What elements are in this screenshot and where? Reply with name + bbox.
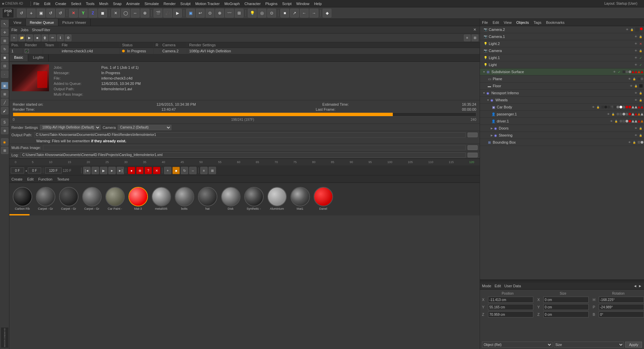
eye-icon[interactable]: 👁	[634, 63, 638, 67]
tl-loop[interactable]: ↻	[181, 167, 188, 174]
eye-icon[interactable]: 👁	[625, 28, 629, 32]
render-icon[interactable]: 🎬	[154, 9, 162, 17]
multipass-input[interactable]	[43, 145, 466, 150]
tool-scale[interactable]: ↔	[131, 9, 140, 17]
camera-select[interactable]: Camera.2 (Default)	[118, 125, 171, 130]
eye-icon[interactable]: 👁	[634, 91, 638, 95]
menu-tools[interactable]: Tools	[86, 2, 95, 6]
obj-tags[interactable]: Tags	[534, 20, 541, 24]
tab-view[interactable]: View	[9, 19, 26, 26]
lock-icon[interactable]: 🔒	[630, 28, 634, 32]
frame-end-input[interactable]	[45, 167, 62, 173]
paint-btn[interactable]: 🖌	[1, 107, 8, 114]
render-settings-select[interactable]: 1080p AVI High Definition (Default)	[40, 125, 101, 130]
obj-steering[interactable]: ▶ ◉ Steering 👁 🔒	[480, 132, 644, 139]
render-checkbox[interactable]: ✓	[25, 49, 29, 53]
lock-icon[interactable]: 🔒	[639, 35, 643, 39]
size-select[interactable]: Size	[554, 342, 624, 348]
obj-subdivision[interactable]: ▼ ⊞ Subdivision Surface 👁 ✓	[480, 68, 644, 76]
obj-carbody[interactable]: ▣ Car Body 👁 🔒	[480, 104, 644, 111]
obj-bookmarks[interactable]: Bookmarks	[546, 20, 565, 24]
snap-btn[interactable]: S	[1, 118, 8, 126]
log-tab-basic[interactable]: Basic	[9, 54, 28, 61]
eye-icon[interactable]: 👁	[634, 133, 638, 137]
tl-first-frame[interactable]: |◄	[83, 167, 91, 174]
rq-file[interactable]: File	[11, 28, 17, 32]
material-aluminium[interactable]: Aluminium	[266, 187, 288, 210]
obj-driver[interactable]: 👤 driver.1 👁 🔒	[480, 118, 644, 125]
rq-view2[interactable]: ⊞	[472, 35, 478, 41]
mat-edit[interactable]: Edit	[27, 177, 34, 181]
mat-create[interactable]: Create	[11, 177, 22, 181]
menu-window[interactable]: Window	[296, 2, 309, 6]
tl-fps[interactable]: ≡	[200, 167, 208, 174]
menu-plugins[interactable]: Plugins	[265, 2, 277, 6]
output-path-input[interactable]	[34, 132, 466, 138]
log-toggle[interactable]	[468, 153, 478, 157]
sweep-btn[interactable]: ⊙	[206, 9, 214, 17]
obj-view[interactable]: View	[504, 20, 512, 24]
menu-mograph[interactable]: MoGraph	[224, 2, 240, 6]
cam-btn[interactable]: ◎	[258, 9, 266, 17]
sculpt-btn[interactable]: ◉	[1, 138, 8, 146]
fwd-btn[interactable]: →	[310, 9, 318, 17]
eye-icon[interactable]: 👁	[634, 35, 638, 39]
circle-btn[interactable]: ↩	[196, 9, 205, 17]
obj-camera[interactable]: 📷 Camera 👁 🔒	[480, 47, 644, 54]
light-btn[interactable]: 💡	[248, 9, 257, 17]
log-tab-logfile[interactable]: Logfile	[28, 54, 49, 61]
tl-prev-frame[interactable]: ◄	[92, 167, 99, 174]
lock-icon[interactable]: 🔒	[639, 126, 643, 130]
lock-icon[interactable]: 🔒	[614, 119, 618, 123]
material-metal005[interactable]: metal005	[150, 187, 172, 210]
position-y-input[interactable]	[488, 304, 533, 310]
tl-auto-key[interactable]: ⊕	[136, 167, 144, 174]
tool-y[interactable]: Y	[79, 9, 88, 17]
tool-x[interactable]: ✕	[69, 9, 78, 17]
material-carpet-gr2[interactable]: Carpet - Gr	[58, 187, 79, 210]
menu-select[interactable]: Select	[71, 2, 81, 6]
lock-icon[interactable]: 🔒	[632, 77, 636, 81]
menu-create[interactable]: Create	[55, 2, 66, 6]
undo-btn[interactable]: ↺	[17, 9, 26, 17]
lock-icon[interactable]: ✕	[639, 42, 643, 46]
close-panel-btn[interactable]: ✕	[472, 28, 478, 32]
obj-doors[interactable]: ▶ ◉ Doors 👁 🔒	[480, 125, 644, 132]
rq-stop-btn[interactable]: ■	[34, 35, 41, 41]
multipass-toggle[interactable]	[468, 145, 478, 150]
tool-transform[interactable]: ⊕	[141, 9, 149, 17]
rq-add-btn[interactable]: +	[11, 35, 17, 41]
open-btn[interactable]: ▣	[37, 9, 45, 17]
tool-z[interactable]: Z	[89, 9, 97, 17]
menu-script[interactable]: Script	[282, 2, 291, 6]
frame-start-input[interactable]	[11, 167, 24, 173]
position-z-input[interactable]	[488, 311, 533, 317]
scene-btn[interactable]: ⊙	[267, 9, 276, 17]
mat-function[interactable]: Function	[38, 177, 52, 181]
output-toggle[interactable]	[468, 133, 478, 137]
obj-light1[interactable]: 💡 Light.1 👁 ✓	[480, 54, 644, 61]
render-btn[interactable]: ↺	[56, 9, 65, 17]
obj-bounding-box[interactable]: ⊞ Bounding Box 👁 🔒	[480, 139, 644, 146]
wire-btn[interactable]: ⊞	[1, 90, 8, 98]
frame-current-input[interactable]	[28, 167, 41, 173]
obj-wheels[interactable]: ▼ ◉ Wheels 👁 🔒	[480, 97, 644, 104]
edge-tool[interactable]: ⊟	[1, 62, 8, 69]
rotate-tool[interactable]: ↻	[1, 45, 8, 53]
menu-simulate[interactable]: Simulate	[145, 2, 159, 6]
size-y-input[interactable]	[543, 304, 589, 310]
lock-icon[interactable]: 🔒	[634, 84, 638, 88]
size-z-input[interactable]	[543, 311, 589, 317]
material-synthetic[interactable]: Synthetic -	[243, 187, 265, 210]
mat-texture[interactable]: Texture	[57, 177, 69, 181]
lock-icon[interactable]: 🔒	[639, 91, 643, 95]
menu-file[interactable]: File	[34, 2, 40, 6]
point-tool[interactable]: ·	[1, 70, 8, 78]
menu-edit[interactable]: Edit	[44, 2, 50, 6]
menu-snap[interactable]: Snap	[113, 2, 122, 6]
xref-btn[interactable]: ↗	[290, 9, 299, 17]
rq-delete-btn[interactable]: 🗑	[42, 35, 48, 41]
spline-btn[interactable]: 〰	[225, 9, 234, 17]
tl-add-key[interactable]: +	[164, 167, 171, 174]
rotation-h-input[interactable]	[599, 297, 644, 303]
